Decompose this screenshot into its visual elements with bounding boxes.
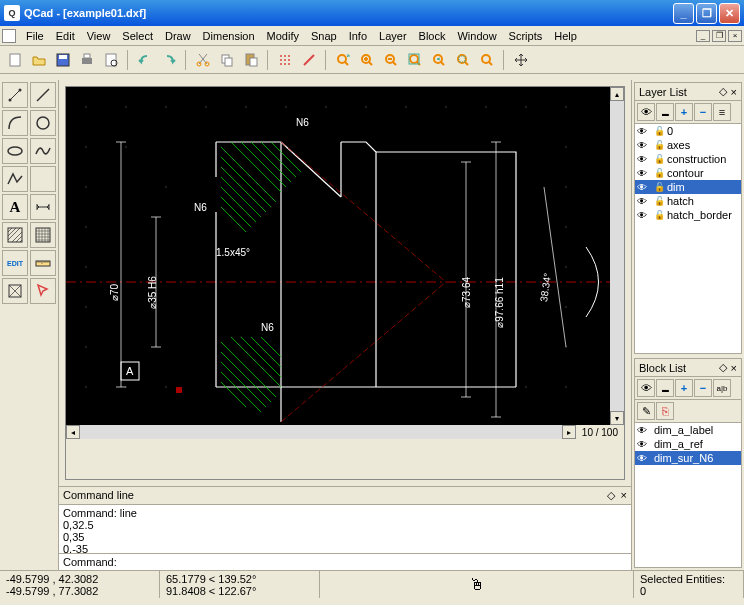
lock-icon[interactable]: 🔓 [654, 140, 664, 150]
layer-dock-icon[interactable]: ◇ [719, 85, 727, 98]
scroll-left-button[interactable]: ◂ [66, 425, 80, 439]
block-remove-button[interactable]: − [694, 379, 712, 397]
eye-icon[interactable]: 👁 [637, 425, 651, 436]
menu-view[interactable]: View [81, 28, 117, 44]
hatch-tool[interactable] [2, 222, 28, 248]
zoom-out-button[interactable] [380, 49, 402, 71]
text-tool-2[interactable] [30, 166, 56, 192]
menu-block[interactable]: Block [413, 28, 452, 44]
block-insert-button[interactable]: ⎘ [656, 402, 674, 420]
point-tool[interactable] [2, 82, 28, 108]
eye-icon[interactable]: 👁 [637, 453, 651, 464]
menu-help[interactable]: Help [548, 28, 583, 44]
line-tool[interactable] [30, 82, 56, 108]
canvas-scroll-horizontal[interactable] [80, 425, 562, 439]
zoom-previous-button[interactable] [428, 49, 450, 71]
mdi-minimize-button[interactable]: _ [696, 30, 710, 42]
menu-snap[interactable]: Snap [305, 28, 343, 44]
save-button[interactable] [52, 49, 74, 71]
command-dock-icon[interactable]: ◇ [607, 489, 615, 502]
menu-modify[interactable]: Modify [261, 28, 305, 44]
eye-icon[interactable]: 👁 [637, 439, 651, 450]
zoom-pan-button[interactable] [476, 49, 498, 71]
scroll-right-button[interactable]: ▸ [562, 425, 576, 439]
window-close-button[interactable]: ✕ [719, 3, 740, 24]
window-minimize-button[interactable]: _ [673, 3, 694, 24]
mdi-document-icon[interactable] [2, 29, 16, 43]
command-input[interactable] [121, 556, 627, 568]
eye-icon[interactable]: 👁 [637, 210, 651, 221]
polyline-tool[interactable] [2, 166, 28, 192]
block-close-icon[interactable]: × [731, 362, 737, 374]
canvas-scroll-vertical[interactable]: ▴ ▾ [610, 87, 624, 425]
menu-draw[interactable]: Draw [159, 28, 197, 44]
mdi-restore-button[interactable]: ❐ [712, 30, 726, 42]
block-add-button[interactable]: + [675, 379, 693, 397]
zoom-in-button[interactable] [356, 49, 378, 71]
menu-edit[interactable]: Edit [50, 28, 81, 44]
zoom-extents-button[interactable] [404, 49, 426, 71]
layer-add-button[interactable]: + [675, 103, 693, 121]
open-button[interactable] [28, 49, 50, 71]
layer-edit-button[interactable]: ≡ [713, 103, 731, 121]
print-preview-button[interactable] [100, 49, 122, 71]
menu-select[interactable]: Select [116, 28, 159, 44]
layer-close-icon[interactable]: × [731, 86, 737, 98]
dimension-tool[interactable] [30, 194, 56, 220]
lock-icon[interactable]: 🔓 [654, 182, 664, 192]
grid-toggle-button[interactable] [274, 49, 296, 71]
menu-scripts[interactable]: Scripts [503, 28, 549, 44]
eye-icon[interactable]: 👁 [637, 140, 651, 151]
eye-icon[interactable]: 👁 [637, 154, 651, 165]
menu-info[interactable]: Info [343, 28, 373, 44]
layer-remove-button[interactable]: − [694, 103, 712, 121]
eye-icon[interactable]: 👁 [637, 168, 651, 179]
scroll-up-button[interactable]: ▴ [610, 87, 624, 101]
spline-tool[interactable] [30, 138, 56, 164]
block-edit-button[interactable]: ✎ [637, 402, 655, 420]
print-button[interactable] [76, 49, 98, 71]
layer-showall-button[interactable]: 👁 [637, 103, 655, 121]
copy-button[interactable] [216, 49, 238, 71]
eye-icon[interactable]: 👁 [637, 196, 651, 207]
scroll-down-button[interactable]: ▾ [610, 411, 624, 425]
block-showall-button[interactable]: 👁 [637, 379, 655, 397]
block-rename-button[interactable]: a|b [713, 379, 731, 397]
block-tool[interactable] [2, 278, 28, 304]
image-tool[interactable] [30, 222, 56, 248]
undo-button[interactable] [134, 49, 156, 71]
menu-window[interactable]: Window [451, 28, 502, 44]
redo-button[interactable] [158, 49, 180, 71]
circle-tool[interactable] [30, 110, 56, 136]
edit-tool[interactable]: EDIT [2, 250, 28, 276]
zoom-window-button[interactable] [452, 49, 474, 71]
window-maximize-button[interactable]: ❐ [696, 3, 717, 24]
block-dock-icon[interactable]: ◇ [719, 361, 727, 374]
measure-tool[interactable] [30, 250, 56, 276]
layer-hideall-button[interactable]: 🗕 [656, 103, 674, 121]
ellipse-tool[interactable] [2, 138, 28, 164]
menu-layer[interactable]: Layer [373, 28, 413, 44]
draft-toggle-button[interactable] [298, 49, 320, 71]
layer-list[interactable]: 👁🔓0 👁🔓axes 👁🔓construction 👁🔓contour 👁🔓di… [635, 124, 741, 353]
text-tool[interactable]: A [2, 194, 28, 220]
drawing-canvas[interactable]: ⌀70 ⌀35 H6 ⌀73.64 ⌀97.66 h11 38.34° 1.5x… [66, 87, 610, 425]
eye-icon[interactable]: 👁 [637, 126, 651, 137]
eye-icon[interactable]: 👁 [637, 182, 651, 193]
lock-icon[interactable]: 🔓 [654, 126, 664, 136]
block-hideall-button[interactable]: 🗕 [656, 379, 674, 397]
block-list[interactable]: 👁dim_a_label 👁dim_a_ref 👁dim_sur_N6 [635, 423, 741, 567]
lock-icon[interactable]: 🔓 [654, 196, 664, 206]
command-close-icon[interactable]: × [621, 489, 627, 502]
zoom-redraw-button[interactable] [332, 49, 354, 71]
move-button[interactable] [510, 49, 532, 71]
paste-button[interactable] [240, 49, 262, 71]
lock-icon[interactable]: 🔓 [654, 168, 664, 178]
menu-file[interactable]: File [20, 28, 50, 44]
mdi-close-button[interactable]: × [728, 30, 742, 42]
cut-button[interactable] [192, 49, 214, 71]
select-tool[interactable] [30, 278, 56, 304]
lock-icon[interactable]: 🔓 [654, 210, 664, 220]
lock-icon[interactable]: 🔓 [654, 154, 664, 164]
new-button[interactable] [4, 49, 26, 71]
